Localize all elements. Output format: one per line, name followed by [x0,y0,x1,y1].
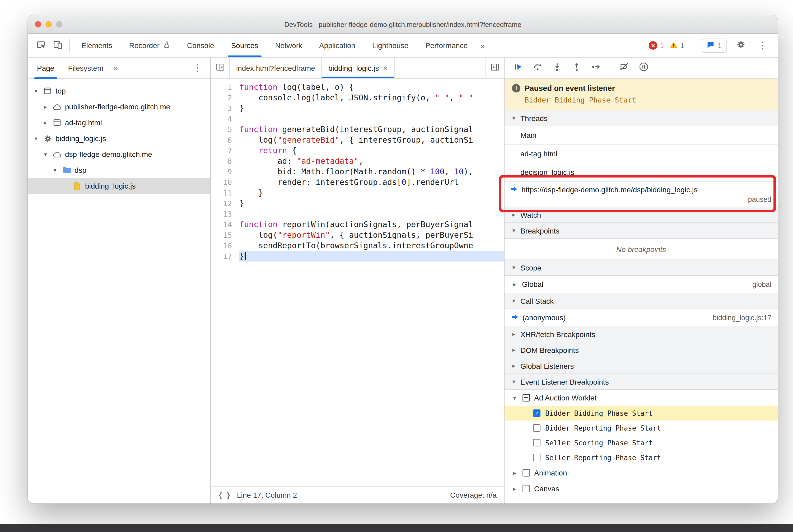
unchecked-checkbox[interactable] [523,485,530,492]
disclosure-open-icon[interactable]: ▾ [42,151,49,158]
tab-application[interactable]: Application [310,34,364,57]
breakpoints-section-header[interactable]: ▾ Breakpoints [505,223,778,239]
tree-item-bidding-logic-file[interactable]: bidding_logic.js [28,178,210,194]
indeterminate-checkbox[interactable] [523,394,530,401]
tree-item-ad-tag[interactable]: ▸ ad-tag.html [28,115,210,131]
code-line[interactable]: 17} [211,251,504,262]
navigator-menu-button[interactable]: ⋮ [187,62,208,73]
call-stack-section-header[interactable]: ▾ Call Stack [505,293,778,309]
resume-button[interactable] [509,59,527,76]
line-number[interactable]: 4 [211,114,239,124]
tab-recorder[interactable]: Recorder [121,34,178,57]
disclosure-open-icon[interactable]: ▾ [51,167,59,174]
line-number[interactable]: 6 [211,135,239,145]
deactivate-breakpoints-button[interactable] [615,59,633,76]
code-line[interactable]: 3} [211,103,504,114]
line-number[interactable]: 15 [211,230,239,240]
tree-item-dsp-origin[interactable]: ▾ dsp-fledge-demo.glitch.me [28,146,210,162]
thread-row-decision-logic[interactable]: decision_logic.js [505,163,778,182]
pretty-print-icon[interactable]: { } [218,491,231,499]
tree-item-dsp-folder[interactable]: ▾ dsp [28,162,210,178]
code-line[interactable]: 10 render: interestGroup.ads[0].renderUr… [211,177,504,188]
xhr-breakpoints-section-header[interactable]: ▸ XHR/fetch Breakpoints [505,326,778,342]
close-tab-icon[interactable]: × [383,63,388,72]
elb-item-bidder-bidding-phase-start[interactable]: Bidder Bidding Phase Start [505,406,778,420]
unchecked-checkbox[interactable] [533,439,541,446]
disclosure-closed-icon[interactable]: ▸ [42,119,49,126]
inspect-element-button[interactable] [32,37,49,54]
disclosure-open-icon[interactable]: ▾ [32,135,40,142]
thread-row-main[interactable]: Main [505,126,778,145]
step-out-button[interactable] [567,59,585,76]
minimize-window-button[interactable] [45,21,52,27]
code-line[interactable]: 12} [211,198,504,209]
unchecked-checkbox[interactable] [523,469,530,477]
code-line[interactable]: 6 log("generateBid", { interestGroup, au… [211,135,504,145]
step-into-button[interactable] [548,59,566,76]
line-number[interactable]: 11 [211,188,239,198]
error-counter[interactable]: ✕ 1 [649,41,664,50]
line-number[interactable]: 8 [211,156,239,166]
line-number[interactable]: 16 [211,240,239,251]
line-number[interactable]: 13 [211,209,239,219]
call-stack-frame-row[interactable]: (anonymous) bidding_logic.js:17 [505,309,778,326]
scope-section-header[interactable]: ▾ Scope [505,260,778,276]
code-line[interactable]: 13 [211,209,504,219]
tree-item-top[interactable]: ▾ top [28,83,210,99]
line-number[interactable]: 2 [211,92,239,103]
unchecked-checkbox[interactable] [533,424,541,432]
more-options-button[interactable]: ⋮ [754,37,771,54]
step-over-button[interactable] [528,59,546,76]
threads-section-header[interactable]: ▾ Threads [505,110,778,126]
watch-section-header[interactable]: ▸ Watch [505,207,778,223]
more-navigator-tabs-button[interactable]: » [110,63,121,72]
checked-checkbox[interactable] [533,410,541,417]
disclosure-closed-icon[interactable]: ▸ [42,103,49,110]
line-number[interactable]: 7 [211,145,239,156]
tree-item-publisher-origin[interactable]: ▸ publisher-fledge-demo.glitch.me [28,99,210,115]
line-number[interactable]: 17 [211,251,239,262]
editor-tab-bidding-logic[interactable]: bidding_logic.js × [322,58,395,78]
pause-on-exceptions-button[interactable] [635,59,653,76]
step-button[interactable] [587,59,605,76]
settings-button[interactable] [732,37,749,54]
warning-counter[interactable]: 1 [669,41,684,50]
tab-performance[interactable]: Performance [417,34,476,57]
elb-group-ad-auction-worklet[interactable]: ▾ Ad Auction Worklet [505,390,778,406]
code-line[interactable]: 2 console.log(label, JSON.stringify(o, "… [211,92,504,103]
open-editors-button[interactable] [485,58,504,78]
thread-row-bidding-logic-current[interactable]: https://dsp-fledge-demo.glitch.me/dsp/bi… [505,182,778,207]
tab-lighthouse[interactable]: Lighthouse [364,34,417,57]
editor-tab-index-html[interactable]: index.html?fencedframe [230,58,322,78]
thread-row-ad-tag[interactable]: ad-tag.html [505,145,778,163]
event-listener-breakpoints-section-header[interactable]: ▾ Event Listener Breakpoints [505,374,778,390]
navigator-tab-filesystem[interactable]: Filesystem [61,58,110,78]
code-line[interactable]: 7 return { [211,145,504,156]
tab-network[interactable]: Network [266,34,310,57]
elb-item-seller-reporting-phase-start[interactable]: Seller Reporting Phase Start [505,450,778,465]
code-line[interactable]: 5function generateBid(interestGroup, auc… [211,124,504,135]
line-number[interactable]: 1 [211,82,239,92]
disclosure-open-icon[interactable]: ▾ [32,88,40,94]
tab-elements[interactable]: Elements [73,34,121,57]
elb-item-bidder-reporting-phase-start[interactable]: Bidder Reporting Phase Start [505,420,778,435]
dom-breakpoints-section-header[interactable]: ▸ DOM Breakpoints [505,342,778,358]
line-number[interactable]: 9 [211,166,239,177]
line-number[interactable]: 12 [211,198,239,209]
line-number[interactable]: 10 [211,177,239,188]
tree-item-bidding-logic-worklet[interactable]: ▾ bidding_logic.js [28,131,210,146]
elb-group-animation[interactable]: ▸ Animation [505,465,778,481]
code-line[interactable]: 9 bid: Math.floor(Math.random() * 100, 1… [211,166,504,177]
code-line[interactable]: 15 log("reportWin", { auctionSignals, pe… [211,230,504,240]
tab-console[interactable]: Console [178,34,223,57]
tab-sources[interactable]: Sources [223,34,267,57]
code-line[interactable]: 14function reportWin(auctionSignals, per… [211,219,504,230]
more-tabs-button[interactable]: » [476,41,489,50]
code-line[interactable]: 11 } [211,188,504,198]
close-window-button[interactable] [35,21,41,27]
zoom-window-button[interactable] [56,21,62,27]
code-line[interactable]: 1function log(label, o) { [211,82,504,92]
elb-group-canvas[interactable]: ▸ Canvas [505,481,778,497]
line-number[interactable]: 5 [211,124,239,135]
elb-item-seller-scoring-phase-start[interactable]: Seller Scoring Phase Start [505,435,778,450]
